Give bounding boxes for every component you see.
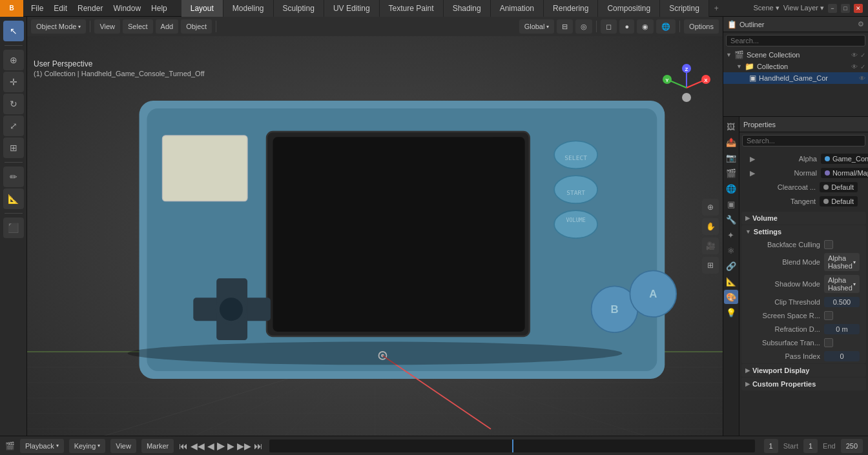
- props-icon-shader[interactable]: 💡: [724, 305, 738, 319]
- tangent-value[interactable]: Default: [820, 196, 858, 207]
- view-layer-dropdown[interactable]: View Layer ▾: [783, 4, 824, 12]
- shadow-mode-dropdown[interactable]: Alpha Hashed ▾: [824, 275, 860, 293]
- props-icon-modifier[interactable]: 🔧: [724, 212, 738, 227]
- snap-toggle[interactable]: ⊟: [557, 19, 573, 34]
- subsurface-checkbox[interactable]: [824, 338, 833, 347]
- outliner-search-input[interactable]: [726, 35, 865, 46]
- viewport-lock[interactable]: ✋: [702, 218, 719, 235]
- viewport-shading-wire[interactable]: ◻: [601, 19, 617, 34]
- annotate-tool[interactable]: ✏: [3, 167, 24, 187]
- move-tool[interactable]: ✛: [3, 72, 24, 92]
- playback-button[interactable]: Playback ▾: [20, 439, 64, 453]
- global-dropdown[interactable]: Global ▾: [519, 19, 555, 34]
- settings-header[interactable]: ▼ Settings: [741, 225, 866, 238]
- transform-tool[interactable]: ⊞: [3, 137, 24, 158]
- tab-texture-paint[interactable]: Texture Paint: [380, 0, 444, 17]
- measure-tool[interactable]: 📐: [3, 188, 24, 209]
- tab-uv-editing[interactable]: UV Editing: [324, 0, 380, 17]
- add-cube-tool[interactable]: ⬛: [3, 217, 24, 238]
- outliner-options[interactable]: ⚙: [858, 20, 864, 28]
- outliner-collection[interactable]: ▼ 📁 Collection 👁 ✓: [723, 61, 868, 72]
- jump-end-button[interactable]: ⏭: [254, 441, 263, 451]
- props-icon-physics[interactable]: ⚛: [724, 243, 738, 258]
- clip-threshold-field[interactable]: 0.500: [824, 297, 860, 307]
- menu-render[interactable]: Render: [72, 3, 108, 14]
- tab-compositing[interactable]: Compositing: [598, 0, 660, 17]
- add-workspace-button[interactable]: +: [709, 2, 724, 15]
- tab-sculpting[interactable]: Sculpting: [274, 0, 324, 17]
- tab-layout[interactable]: Layout: [181, 0, 223, 17]
- scene-dropdown[interactable]: Scene ▾: [753, 4, 779, 12]
- marker-button[interactable]: Marker: [141, 439, 174, 453]
- normal-expand-arrow[interactable]: ▶: [750, 169, 755, 177]
- proportional-edit[interactable]: ◎: [575, 19, 592, 34]
- object-menu[interactable]: Object: [181, 19, 212, 34]
- refraction-field[interactable]: 0 m: [824, 324, 860, 334]
- keying-button[interactable]: Keying ▾: [69, 439, 106, 453]
- alpha-expand-arrow[interactable]: ▶: [750, 155, 755, 163]
- tab-rendering[interactable]: Rendering: [544, 0, 598, 17]
- add-menu[interactable]: Add: [156, 19, 179, 34]
- viewport[interactable]: Object Mode ▾ View Select Add Object Glo…: [27, 17, 723, 436]
- tab-scripting[interactable]: Scripting: [660, 0, 709, 17]
- play-button[interactable]: ▶: [217, 440, 225, 452]
- zoom-fit[interactable]: ⊕: [702, 199, 719, 216]
- jump-start-button[interactable]: ⏮: [179, 441, 188, 451]
- props-icon-material[interactable]: 🎨: [724, 290, 738, 304]
- menu-edit[interactable]: Edit: [48, 3, 72, 14]
- camera-view[interactable]: 🎥: [702, 238, 719, 254]
- select-menu[interactable]: Select: [123, 19, 153, 34]
- props-icon-view-layer[interactable]: 📷: [724, 150, 738, 165]
- next-keyframe-button[interactable]: ▶: [227, 441, 234, 451]
- props-icon-particles[interactable]: ✦: [724, 228, 738, 242]
- viewport-shading-solid[interactable]: ●: [619, 19, 634, 34]
- outliner-game-console[interactable]: ▣ Handheld_Game_Cor 👁: [723, 72, 868, 84]
- props-icon-data[interactable]: 📐: [724, 274, 738, 288]
- pass-index-field[interactable]: 0: [824, 351, 860, 361]
- close-button[interactable]: ✕: [854, 4, 863, 13]
- props-search-input[interactable]: [742, 135, 865, 147]
- prev-keyframe-button[interactable]: ◀: [207, 441, 214, 451]
- mode-dropdown[interactable]: Object Mode ▾: [31, 19, 86, 34]
- clearcoat-value[interactable]: Default: [820, 182, 858, 192]
- props-icon-object[interactable]: ▣: [724, 197, 738, 211]
- props-icon-scene[interactable]: 🎬: [724, 166, 738, 180]
- start-frame-field[interactable]: 1: [803, 439, 818, 453]
- menu-file[interactable]: File: [26, 3, 48, 14]
- prev-frame-button[interactable]: ◀◀: [191, 441, 205, 451]
- next-frame-button[interactable]: ▶▶: [237, 441, 251, 451]
- menu-help[interactable]: Help: [146, 3, 172, 14]
- props-icon-output[interactable]: 📤: [724, 135, 738, 149]
- screen-space-checkbox[interactable]: [824, 311, 833, 320]
- tab-shading[interactable]: Shading: [444, 0, 491, 17]
- options-button[interactable]: Options: [684, 19, 719, 34]
- timeline-ruler[interactable]: [269, 440, 754, 452]
- viewport-display-header[interactable]: ▶ Viewport Display: [741, 364, 866, 377]
- menu-window[interactable]: Window: [108, 3, 146, 14]
- props-icon-constraints[interactable]: 🔗: [724, 259, 738, 273]
- scale-tool[interactable]: ⤢: [3, 116, 24, 136]
- end-frame-field[interactable]: 250: [841, 439, 863, 453]
- cursor-tool[interactable]: ⊕: [3, 50, 24, 70]
- grid-toggle[interactable]: ⊞: [702, 257, 719, 274]
- view-menu[interactable]: View: [94, 19, 120, 34]
- tab-animation[interactable]: Animation: [491, 0, 544, 17]
- normal-value[interactable]: Normal/Map: [821, 168, 868, 178]
- timeline[interactable]: ⏮ ◀◀ ◀ ▶ ▶ ▶▶ ⏭: [179, 440, 758, 452]
- viewport-shading-render[interactable]: 🌐: [656, 19, 676, 34]
- select-tool[interactable]: ↖: [3, 21, 24, 41]
- alpha-value[interactable]: Game_Consol...: [821, 154, 868, 164]
- backface-culling-checkbox[interactable]: [824, 240, 833, 249]
- minimize-button[interactable]: −: [828, 4, 837, 13]
- timeline-cursor[interactable]: [512, 440, 513, 452]
- outliner-scene-collection[interactable]: ▼ 🎬 Scene Collection 👁 ✓: [723, 49, 868, 61]
- view-button[interactable]: View: [110, 439, 136, 453]
- props-icon-world[interactable]: 🌐: [724, 181, 738, 196]
- volume-header[interactable]: ▶ Volume: [741, 212, 866, 225]
- current-frame-field[interactable]: 1: [764, 439, 778, 453]
- viewport-shading-material[interactable]: ◉: [637, 19, 654, 34]
- blender-logo[interactable]: B: [0, 0, 23, 17]
- maximize-button[interactable]: □: [841, 4, 850, 13]
- props-icon-render[interactable]: 🖼: [724, 119, 738, 134]
- tab-modeling[interactable]: Modeling: [223, 0, 274, 17]
